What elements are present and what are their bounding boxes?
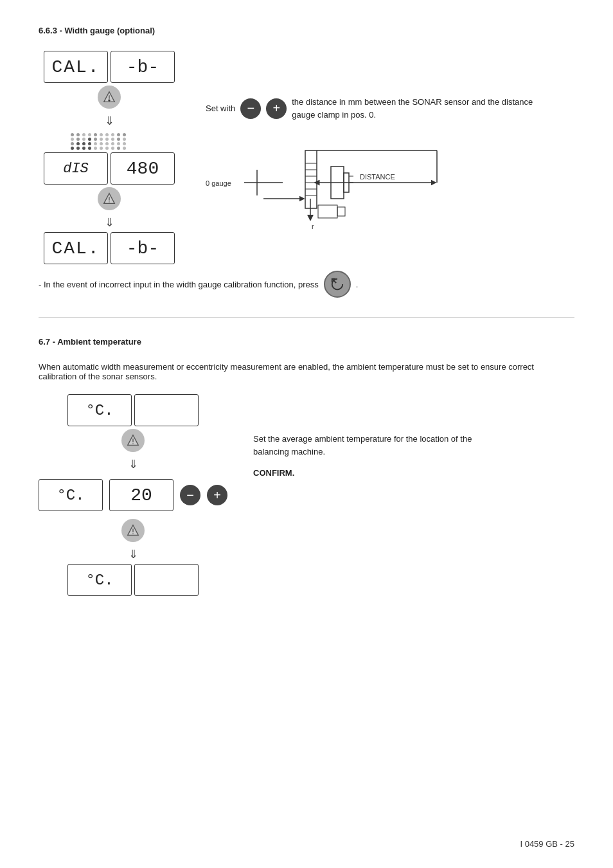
ambient-temp-diagram: °C. ⇓ °C.: [39, 394, 574, 596]
left-panel-663: CAL. -b- ⇓: [39, 51, 180, 264]
width-gauge-diagram: CAL. -b- ⇓: [39, 51, 574, 264]
svg-point-5: [109, 201, 109, 202]
set-with-text: Set with: [206, 104, 235, 113]
svg-rect-28: [337, 207, 345, 216]
confirm-btn-area-3: [121, 429, 145, 452]
reset-button[interactable]: [324, 271, 351, 298]
confirm-button-3[interactable]: [121, 429, 145, 452]
right-panel-67: Set the average ambient temperature for …: [253, 394, 574, 478]
oc-display-pair-1: °C.: [67, 394, 199, 426]
section-67: 6.7 - Ambient temperature When automatic…: [39, 337, 574, 596]
oc-text-1: °C.: [85, 402, 113, 419]
oc-display-2: °C.: [39, 479, 103, 511]
dis-value-display: 480: [111, 152, 175, 185]
svg-text:r: r: [312, 222, 314, 230]
svg-point-2: [109, 100, 109, 100]
left-panel-67: °C. ⇓ °C.: [39, 394, 227, 596]
confirm-button-2[interactable]: [98, 187, 121, 210]
confirm-button-4[interactable]: [121, 519, 145, 542]
oc-display-3: °C.: [67, 564, 132, 596]
display-pair-3: CAL. -b-: [44, 232, 175, 264]
arrow-1: ⇓: [105, 114, 114, 128]
dashb-text-2: -b-: [127, 239, 159, 258]
display-pair-2: dIS 480: [44, 152, 175, 185]
svg-point-32: [132, 443, 133, 444]
dis-value-text: 480: [127, 159, 159, 179]
confirm-button-1[interactable]: [98, 86, 121, 109]
display-pair-1: CAL. -b-: [44, 51, 175, 83]
minus-button-67[interactable]: −: [180, 485, 200, 505]
oc-text-3: °C.: [85, 572, 113, 589]
confirm-btn-area-2: [98, 187, 121, 210]
oc-text-2: °C.: [57, 487, 84, 504]
minus-button-663[interactable]: −: [240, 98, 261, 119]
section-663: 6.6.3 - Width gauge (optional) CAL. -b-: [39, 26, 574, 298]
confirm-label: CONFIRM.: [253, 468, 574, 478]
dashb-display-2: -b-: [111, 232, 175, 264]
cal-display-2: CAL.: [44, 232, 108, 264]
confirm-btn-area-1: [98, 86, 121, 109]
oc-val-display-1: [134, 394, 199, 426]
svg-rect-27: [318, 205, 337, 218]
distance-svg: 0 gauge: [206, 131, 450, 234]
section-67-title: 6.7 - Ambient temperature: [39, 337, 574, 347]
svg-marker-26: [307, 215, 314, 221]
svg-rect-10: [305, 150, 317, 208]
section-divider: [39, 317, 574, 318]
svg-text:0   gauge: 0 gauge: [206, 179, 231, 187]
svg-text:DISTANCE: DISTANCE: [360, 173, 395, 181]
section-663-title: 6.6.3 - Width gauge (optional): [39, 26, 574, 35]
distance-diagram: 0 gauge: [206, 131, 450, 234]
oc-value-row: °C. 20 − +: [39, 479, 227, 511]
dashb-display-1: -b-: [111, 51, 175, 83]
note-text-prefix: - In the event of incorrect input in the…: [39, 280, 319, 289]
set-temp-text: Set the average ambient temperature for …: [253, 433, 497, 458]
oc-display-1: °C.: [67, 394, 132, 426]
page-info: I 0459 GB - 25: [520, 839, 574, 849]
dis-text: dIS: [63, 161, 89, 177]
page-footer: I 0459 GB - 25: [520, 839, 574, 849]
arrow-4: ⇓: [129, 547, 138, 561]
plus-button-67[interactable]: +: [207, 485, 227, 505]
plus-button-663[interactable]: +: [266, 98, 287, 119]
set-distance-text: the distance in mm between the SONAR sen…: [292, 96, 536, 121]
cal-text-1: CAL.: [51, 57, 100, 77]
dot-grid: [71, 133, 148, 150]
cal-text-2: CAL.: [51, 239, 100, 258]
oc-display-pair-3: °C.: [67, 564, 199, 596]
cal-display-1: CAL.: [44, 51, 108, 83]
section-67-description: When automatic width measurement or ecce…: [39, 362, 553, 381]
dashb-text-1: -b-: [127, 57, 159, 77]
dis-display: dIS: [44, 152, 108, 185]
arrow-2: ⇓: [105, 215, 114, 230]
arrow-3: ⇓: [129, 457, 138, 471]
oc-val-text: 20: [130, 485, 152, 505]
oc-val-display-3: [134, 564, 199, 596]
incorrect-input-note: - In the event of incorrect input in the…: [39, 271, 574, 298]
confirm-btn-area-4: [121, 519, 145, 542]
note-text-suffix: .: [356, 280, 359, 289]
oc-val-display-2: 20: [109, 479, 173, 511]
right-panel-663: Set with − + the distance in mm between …: [206, 51, 574, 234]
svg-point-35: [132, 533, 133, 534]
set-with-row: Set with − + the distance in mm between …: [206, 96, 574, 121]
